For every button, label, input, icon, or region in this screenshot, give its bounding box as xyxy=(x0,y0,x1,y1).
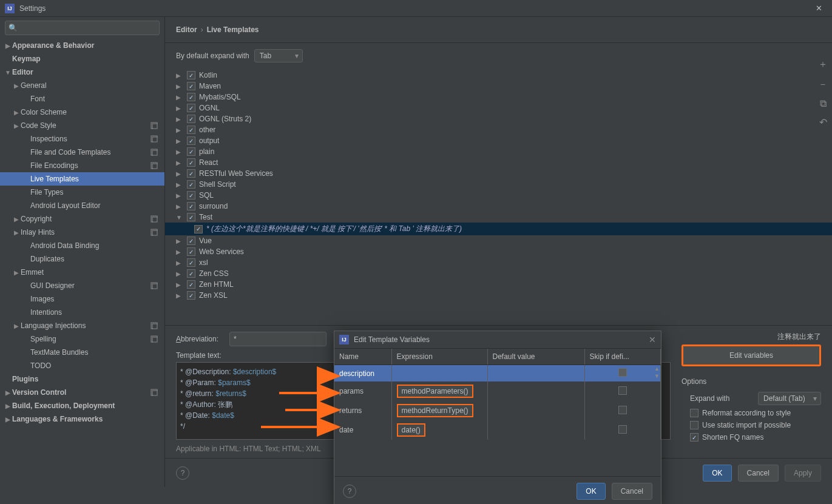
duplicate-icon[interactable]: ⧉ xyxy=(820,98,827,109)
template-group-restful-web-services[interactable]: ▶✓RESTful Web Services xyxy=(165,168,832,179)
sidebar-item-general[interactable]: ▶General xyxy=(0,79,164,92)
sidebar-search: 🔍 xyxy=(5,21,160,35)
expand-with-label: By default expand with xyxy=(176,52,249,60)
var-row-returns[interactable]: returnsmethodReturnType() xyxy=(334,401,661,420)
expand-with-opt-combo[interactable]: Default (Tab) xyxy=(758,392,821,405)
breadcrumb-live-templates: Live Templates xyxy=(207,25,259,34)
template-group-shell-script[interactable]: ▶✓Shell Script xyxy=(165,179,832,190)
app-icon: IJ xyxy=(5,4,15,13)
template-group-kotlin[interactable]: ▶✓Kotlin xyxy=(165,70,832,81)
template-group-ognl[interactable]: ▶✓OGNL xyxy=(165,102,832,113)
sidebar-item-gui-designer[interactable]: GUI Designer xyxy=(0,279,164,292)
var-row-date[interactable]: datedate() xyxy=(334,420,661,440)
sidebar-item-build-execution-deployment[interactable]: ▶Build, Execution, Deployment xyxy=(0,399,164,412)
sidebar-item-file-encodings[interactable]: File Encodings xyxy=(0,159,164,172)
sidebar-item-duplicates[interactable]: Duplicates xyxy=(0,252,164,266)
sidebar-item-todo[interactable]: TODO xyxy=(0,359,164,372)
col-name[interactable]: Name xyxy=(334,349,391,365)
sidebar-item-intentions[interactable]: Intentions xyxy=(0,306,164,319)
close-icon[interactable]: ✕ xyxy=(811,1,827,15)
app-icon: IJ xyxy=(339,335,349,344)
edit-variables-button[interactable]: Edit variables xyxy=(681,344,821,366)
sidebar-item-emmet[interactable]: ▶Emmet xyxy=(0,266,164,279)
expand-with-row: By default expand with Tab xyxy=(165,43,832,69)
remove-icon[interactable]: － xyxy=(818,78,828,91)
sidebar-item-copyright[interactable]: ▶Copyright xyxy=(0,212,164,226)
sidebar-item-code-style[interactable]: ▶Code Style xyxy=(0,119,164,132)
template-group-react[interactable]: ▶✓React xyxy=(165,157,832,168)
static-import-checkbox[interactable] xyxy=(690,421,698,429)
col-skip[interactable]: Skip if defi... xyxy=(584,349,661,365)
sidebar-item-images[interactable]: Images xyxy=(0,292,164,306)
sidebar-item-inspections[interactable]: Inspections xyxy=(0,132,164,146)
right-toolbar: ＋ － ⧉ ↶ xyxy=(814,53,832,128)
sidebar-item-language-injections[interactable]: ▶Language Injections xyxy=(0,319,164,332)
template-group--tab-[interactable]: ✓* (左边这个*就是注释的快捷键 / *+/ 就是 按下'/ '然后按' * … xyxy=(165,223,832,235)
abbreviation-input[interactable] xyxy=(229,332,326,346)
col-default[interactable]: Default value xyxy=(487,349,584,365)
titlebar: IJ Settings ✕ xyxy=(0,0,832,17)
shorten-fq-checkbox[interactable]: ✓ xyxy=(690,433,698,442)
template-group-zen-css[interactable]: ▶✓Zen CSS xyxy=(165,268,832,279)
template-groups-list[interactable]: ▶✓Kotlin▶✓Maven▶✓Mybatis/SQL▶✓OGNL▶✓OGNL… xyxy=(165,69,832,325)
variables-table[interactable]: Name Expression Default value Skip if de… xyxy=(334,349,661,440)
template-group-web-services[interactable]: ▶✓Web Services xyxy=(165,246,832,257)
settings-tree[interactable]: ▶Appearance & BehaviorKeymap▼Editor▶Gene… xyxy=(0,39,164,487)
reformat-checkbox[interactable] xyxy=(690,409,698,417)
template-group-output[interactable]: ▶✓output xyxy=(165,135,832,146)
revert-icon[interactable]: ↶ xyxy=(819,116,827,128)
template-group-other[interactable]: ▶✓other xyxy=(165,124,832,135)
sidebar-item-appearance-behavior[interactable]: ▶Appearance & Behavior xyxy=(0,39,164,52)
sidebar-item-android-layout-editor[interactable]: Android Layout Editor xyxy=(0,199,164,212)
template-group-zen-xsl[interactable]: ▶✓Zen XSL xyxy=(165,290,832,301)
settings-sidebar: 🔍 ▶Appearance & BehaviorKeymap▼Editor▶Ge… xyxy=(0,17,165,487)
template-group-surround[interactable]: ▶✓surround xyxy=(165,201,832,212)
sidebar-item-inlay-hints[interactable]: ▶Inlay Hints xyxy=(0,226,164,239)
var-row-params[interactable]: paramsmethodParameters() xyxy=(334,381,661,401)
template-group-xsl[interactable]: ▶✓xsl xyxy=(165,257,832,268)
row-up-icon[interactable]: ▲ xyxy=(654,366,660,372)
row-down-icon[interactable]: ▼ xyxy=(654,373,660,379)
help-icon[interactable]: ? xyxy=(176,466,189,480)
cancel-button[interactable]: Cancel xyxy=(738,465,779,482)
sidebar-item-version-control[interactable]: ▶Version Control xyxy=(0,386,164,399)
chevron-right-icon: › xyxy=(201,25,203,34)
expand-with-combo[interactable]: Tab xyxy=(254,49,303,62)
sidebar-item-android-data-binding[interactable]: Android Data Binding xyxy=(0,239,164,252)
sidebar-item-color-scheme[interactable]: ▶Color Scheme xyxy=(0,106,164,119)
sidebar-item-languages-frameworks[interactable]: ▶Languages & Frameworks xyxy=(0,412,164,426)
sidebar-item-spelling[interactable]: Spelling xyxy=(0,332,164,346)
edit-template-variables-dialog: IJ Edit Template Variables ✕ Name Expres… xyxy=(334,331,661,504)
abbreviation-label: AAbbreviation:bbreviation: xyxy=(176,335,225,343)
sidebar-item-keymap[interactable]: Keymap xyxy=(0,52,164,66)
template-group-zen-html[interactable]: ▶✓Zen HTML xyxy=(165,279,832,290)
breadcrumb-editor[interactable]: Editor xyxy=(176,25,197,34)
sidebar-item-file-types[interactable]: File Types xyxy=(0,186,164,199)
apply-button[interactable]: Apply xyxy=(785,465,821,482)
modal-ok-button[interactable]: OK xyxy=(577,483,605,500)
row-updown: ▲ ▼ xyxy=(654,366,660,379)
modal-cancel-button[interactable]: Cancel xyxy=(612,483,652,500)
sidebar-item-editor[interactable]: ▼Editor xyxy=(0,66,164,79)
add-icon[interactable]: ＋ xyxy=(818,58,828,71)
col-expression[interactable]: Expression xyxy=(391,349,487,365)
sidebar-item-font[interactable]: Font xyxy=(0,92,164,106)
template-group-vue[interactable]: ▶✓Vue xyxy=(165,235,832,246)
var-row-description[interactable]: description xyxy=(334,365,661,382)
sidebar-item-file-and-code-templates[interactable]: File and Code Templates xyxy=(0,146,164,159)
modal-title: Edit Template Variables xyxy=(354,335,430,344)
ok-button[interactable]: OK xyxy=(703,465,731,482)
window-title: Settings xyxy=(19,4,46,13)
modal-close-icon[interactable]: ✕ xyxy=(649,335,656,344)
template-group-mybatis-sql[interactable]: ▶✓Mybatis/SQL xyxy=(165,92,832,102)
modal-help-icon[interactable]: ? xyxy=(343,485,356,498)
sidebar-item-plugins[interactable]: Plugins xyxy=(0,372,164,386)
template-group-ognl-struts-2-[interactable]: ▶✓OGNL (Struts 2) xyxy=(165,113,832,124)
sidebar-item-live-templates[interactable]: Live Templates xyxy=(0,172,164,186)
template-group-sql[interactable]: ▶✓SQL xyxy=(165,190,832,201)
search-input[interactable] xyxy=(5,21,160,35)
template-group-maven[interactable]: ▶✓Maven xyxy=(165,81,832,92)
template-group-plain[interactable]: ▶✓plain xyxy=(165,146,832,157)
template-group-test[interactable]: ▼✓Test xyxy=(165,212,832,223)
sidebar-item-textmate-bundles[interactable]: TextMate Bundles xyxy=(0,346,164,359)
